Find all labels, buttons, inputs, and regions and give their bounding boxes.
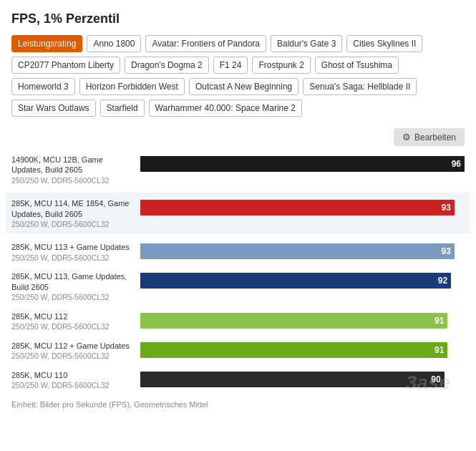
bar-container: 91 xyxy=(140,339,465,361)
bar-value: 93 xyxy=(441,203,450,213)
row-label-sub: 250/250 W, DDR5-5600CL32 xyxy=(11,351,110,360)
tag-horizon-forbidden-west[interactable]: Horizon Forbidden West xyxy=(79,78,185,95)
gear-icon: ⚙ xyxy=(402,132,411,142)
tag-starfield[interactable]: Starfield xyxy=(100,100,145,117)
row-label-main: 285K, MCU 113, Game Updates, Build 2605 xyxy=(11,272,127,291)
page-title: FPS, 1% Perzentil xyxy=(11,11,465,26)
bar-value: 91 xyxy=(434,345,444,355)
tag-f1-24[interactable]: F1 24 xyxy=(213,57,248,74)
chart-row: 285K, MCU 110250/250 W, DDR5-5600CL3290 xyxy=(11,369,465,391)
row-label: 285K, MCU 112 + Game Updates250/250 W, D… xyxy=(11,339,140,362)
row-label-sub: 250/250 W, DDR5-5600CL32 xyxy=(11,381,110,389)
bar-value: 96 xyxy=(452,159,461,169)
chart-row: 14900K, MCU 12B, Game Updates, Build 260… xyxy=(11,153,465,185)
bar: 93 xyxy=(140,200,455,215)
chart-row: 285K, MCU 112 + Game Updates250/250 W, D… xyxy=(11,339,465,362)
tag-leistungsrating[interactable]: Leistungsrating xyxy=(11,35,82,52)
tag-ghost-of-tsushima[interactable]: Ghost of Tsushima xyxy=(315,57,399,74)
row-label-main: 285K, MCU 112 + Game Updates xyxy=(11,341,130,350)
bar-container: 91 xyxy=(140,310,465,331)
edit-button[interactable]: ⚙ Bearbeiten xyxy=(394,128,465,146)
tag-avatar-frontiers-of-pandora[interactable]: Avatar: Frontiers of Pandora xyxy=(145,35,266,52)
row-label: 285K, MCU 113, Game Updates, Build 26052… xyxy=(11,270,140,302)
row-label-main: 14900K, MCU 12B, Game Updates, Build 260… xyxy=(11,155,103,174)
tag-star-wars-outlaws[interactable]: Star Wars Outlaws xyxy=(11,100,96,117)
bar-container: 92 xyxy=(140,270,465,291)
row-label-main: 285K, MCU 114, ME 1854, Game Updates, Bu… xyxy=(11,199,129,218)
bar: 91 xyxy=(140,313,447,329)
bar: 93 xyxy=(140,243,455,259)
bar-value: 92 xyxy=(438,276,447,286)
bar-container: 93 xyxy=(140,197,465,218)
chart-row: 285K, MCU 113, Game Updates, Build 26052… xyxy=(11,270,465,302)
tag-dragon-s-dogma-2[interactable]: Dragon's Dogma 2 xyxy=(125,57,209,74)
chart-row: 285K, MCU 112250/250 W, DDR5-5600CL3291 xyxy=(11,310,465,332)
bar-container: 93 xyxy=(140,241,465,262)
row-label-sub: 250/250 W, DDR5-5600CL32 xyxy=(11,322,110,331)
tag-senua-s-saga-hellblade-ii[interactable]: Senua's Saga: Hellblade II xyxy=(303,78,417,95)
row-label-main: 285K, MCU 112 xyxy=(11,312,67,321)
tag-outcast-a-new-beginning[interactable]: Outcast A New Beginning xyxy=(189,78,298,95)
tag-homeworld-3[interactable]: Homeworld 3 xyxy=(11,78,75,95)
row-label-sub: 250/250 W, DDR5-5600CL32 xyxy=(11,220,110,228)
bar: 92 xyxy=(140,273,451,288)
row-label-sub: 250/250 W, DDR5-5600CL32 xyxy=(11,293,110,301)
footnote: Einheit: Bilder pro Sekunde (FPS), Geome… xyxy=(11,400,465,409)
row-label-main: 285K, MCU 113 + Game Updates xyxy=(11,243,130,251)
bar: 96 xyxy=(140,156,465,172)
row-label: 285K, MCU 112250/250 W, DDR5-5600CL32 xyxy=(11,310,140,332)
bar-value: 91 xyxy=(434,316,444,326)
row-label: 285K, MCU 113 + Game Updates250/250 W, D… xyxy=(11,241,140,263)
tag-cp2077-phantom-liberty[interactable]: CP2077 Phantom Liberty xyxy=(11,57,120,74)
tag-frostpunk-2[interactable]: Frostpunk 2 xyxy=(252,57,310,74)
tag-baldur-s-gate-3[interactable]: Baldur's Gate 3 xyxy=(271,35,342,52)
chart-row: 285K, MCU 113 + Game Updates250/250 W, D… xyxy=(11,241,465,263)
bar-container: 90 xyxy=(140,369,465,390)
row-label-main: 285K, MCU 110 xyxy=(11,371,67,379)
chart-row: 285K, MCU 114, ME 1854, Game Updates, Bu… xyxy=(6,193,470,233)
tag-anno-1800[interactable]: Anno 1800 xyxy=(87,35,141,52)
row-label-sub: 250/250 W, DDR5-5600CL32 xyxy=(11,176,110,185)
bar-value: 90 xyxy=(431,374,440,384)
bar-container: 96 xyxy=(140,153,465,175)
row-label: 285K, MCU 110250/250 W, DDR5-5600CL32 xyxy=(11,369,140,391)
chart-area: 14900K, MCU 12B, Game Updates, Build 260… xyxy=(11,153,465,390)
bar: 90 xyxy=(140,372,445,387)
bar-value: 93 xyxy=(441,246,450,256)
row-label: 285K, MCU 114, ME 1854, Game Updates, Bu… xyxy=(11,197,140,229)
tag-list: LeistungsratingAnno 1800Avatar: Frontier… xyxy=(11,35,465,117)
bar: 91 xyxy=(140,342,447,358)
row-label-sub: 250/250 W, DDR5-5600CL32 xyxy=(11,253,110,262)
edit-button-label: Bearbeiten xyxy=(414,132,456,142)
tag-warhammer-40-000-space-marine-2[interactable]: Warhammer 40.000: Space Marine 2 xyxy=(149,100,302,117)
tag-cities-skylines-ii[interactable]: Cities Skylines II xyxy=(346,35,422,52)
row-label: 14900K, MCU 12B, Game Updates, Build 260… xyxy=(11,153,140,185)
